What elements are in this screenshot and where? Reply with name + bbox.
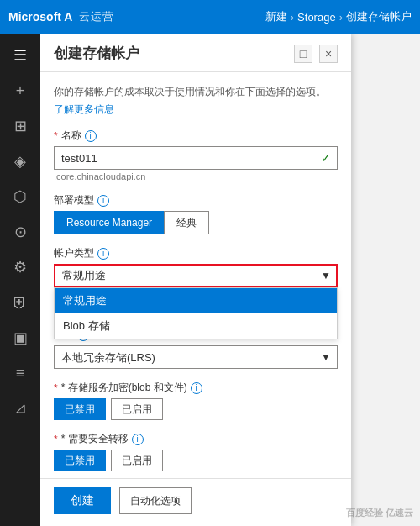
deployment-btn-group: Resource Manager 经典: [54, 211, 338, 234]
sidebar-dashboard-icon[interactable]: ⊞: [3, 109, 37, 143]
encryption-required-star: *: [54, 382, 58, 394]
account-type-info-icon[interactable]: i: [97, 248, 109, 260]
subdomain-hint: .core.chinacloudapi.cn: [54, 171, 338, 181]
secure-transfer-required-star: *: [54, 434, 58, 445]
name-input-wrapper: ✓: [54, 146, 338, 170]
deployment-info-icon[interactable]: i: [97, 195, 109, 207]
sidebar-list-icon[interactable]: ≡: [3, 356, 37, 390]
account-type-section: 帐户类型 i 常规用途 ▼ 常规用途 Blob 存储 标准 高级: [54, 246, 338, 316]
encryption-label-text: * 存储服务加密(blob 和文件): [61, 381, 187, 395]
encryption-enabled-btn[interactable]: 已启用: [111, 398, 163, 420]
replication-dropdown[interactable]: 本地冗余存储(LRS): [54, 345, 338, 369]
secure-transfer-toggle-group: 已禁用 已启用: [54, 450, 338, 471]
breadcrumb-sep1: ›: [291, 11, 294, 24]
encryption-toggle-group: 已禁用 已启用: [54, 398, 338, 420]
encryption-section: * * 存储服务加密(blob 和文件) i 已禁用 已启用: [54, 381, 338, 420]
automate-button[interactable]: 自动化选项: [119, 487, 192, 514]
learn-more-link[interactable]: 了解更多信息: [54, 103, 114, 115]
watermark: 百度经验 亿速云: [346, 507, 413, 519]
top-nav: Microsoft A 云运营 新建 › Storage › 创建存储帐户: [0, 0, 420, 34]
dialog-body: 你的存储帐户的成本取决于使用情况和你在下面选择的选项。 了解更多信息 * 名称 …: [40, 72, 351, 478]
deployment-resource-manager-btn[interactable]: Resource Manager: [54, 211, 164, 234]
dialog-footer: 创建 自动化选项: [40, 478, 351, 526]
account-type-dropdown[interactable]: 常规用途: [54, 264, 338, 287]
replication-dropdown-wrapper: 本地冗余存储(LRS) ▼: [54, 345, 338, 369]
name-required-star: *: [54, 130, 58, 142]
sidebar-shield-icon[interactable]: ⛨: [3, 286, 37, 319]
nav-title: 云运营: [79, 9, 114, 24]
sidebar-cube-icon[interactable]: ◈: [3, 145, 37, 178]
deployment-label-text: 部署模型: [54, 193, 94, 208]
name-label-text: 名称: [61, 129, 81, 143]
account-type-dropdown-wrapper: 常规用途 ▼ 常规用途 Blob 存储: [54, 264, 338, 287]
dialog-header: 创建存储帐户 □ ×: [40, 34, 351, 72]
account-type-popup: 常规用途 Blob 存储: [54, 287, 338, 339]
dialog-title: 创建存储帐户: [54, 44, 139, 63]
deployment-classic-btn[interactable]: 经典: [164, 211, 209, 234]
account-type-option-blob[interactable]: Blob 存储: [55, 313, 337, 339]
account-type-option-regular[interactable]: 常规用途: [55, 288, 337, 313]
sidebar-network-icon[interactable]: ⬡: [3, 180, 37, 213]
encryption-disabled-btn[interactable]: 已禁用: [54, 398, 106, 420]
sidebar-plus-icon[interactable]: +: [3, 74, 37, 108]
sidebar-tag-icon[interactable]: ⊿: [3, 392, 37, 425]
encryption-label: * * 存储服务加密(blob 和文件) i: [54, 381, 338, 395]
account-type-label-text: 帐户类型: [54, 246, 94, 260]
name-info-icon[interactable]: i: [85, 130, 97, 142]
deployment-section: 部署模型 i Resource Manager 经典: [54, 193, 338, 234]
name-label: * 名称 i: [54, 129, 338, 143]
secure-transfer-label: * * 需要安全转移 i: [54, 432, 338, 446]
secure-transfer-label-text: * 需要安全转移: [61, 432, 129, 446]
sidebar-database-icon[interactable]: ⊙: [3, 215, 37, 249]
secure-transfer-section: * * 需要安全转移 i 已禁用 已启用: [54, 432, 338, 471]
name-input[interactable]: [54, 146, 338, 170]
dialog-minimize-btn[interactable]: □: [294, 45, 312, 63]
deployment-label: 部署模型 i: [54, 193, 338, 208]
breadcrumb-sep2: ›: [339, 11, 343, 24]
nav-logo: Microsoft A: [8, 10, 72, 24]
main-area: 创建存储帐户 □ × 你的存储帐户的成本取决于使用情况和你在下面选择的选项。 了…: [40, 34, 420, 526]
create-storage-dialog: 创建存储帐户 □ × 你的存储帐户的成本取决于使用情况和你在下面选择的选项。 了…: [40, 34, 351, 526]
sidebar: ☰ + ⊞ ◈ ⬡ ⊙ ⚙ ⛨ ▣ ≡ ⊿: [0, 34, 40, 526]
secure-transfer-enabled-btn[interactable]: 已启用: [111, 450, 163, 471]
create-button[interactable]: 创建: [54, 487, 111, 514]
dialog-close-btn[interactable]: ×: [319, 45, 338, 63]
dialog-controls: □ ×: [294, 45, 338, 63]
breadcrumb: 新建 › Storage › 创建存储帐户: [265, 9, 412, 24]
secure-transfer-info-icon[interactable]: i: [132, 434, 144, 445]
breadcrumb-new[interactable]: 新建: [265, 9, 287, 24]
breadcrumb-storage[interactable]: Storage: [297, 11, 336, 24]
name-section: * 名称 i ✓ .core.chinacloudapi.cn: [54, 129, 338, 181]
name-check-icon: ✓: [321, 151, 331, 165]
info-text: 你的存储帐户的成本取决于使用情况和你在下面选择的选项。: [54, 84, 338, 99]
account-type-label: 帐户类型 i: [54, 246, 338, 260]
sidebar-settings-icon[interactable]: ⚙: [3, 250, 37, 284]
sidebar-menu-icon[interactable]: ☰: [3, 39, 37, 72]
encryption-info-icon[interactable]: i: [191, 382, 202, 394]
breadcrumb-create: 创建存储帐户: [346, 9, 412, 24]
sidebar-monitor-icon[interactable]: ▣: [3, 321, 37, 355]
secure-transfer-disabled-btn[interactable]: 已禁用: [54, 450, 106, 471]
